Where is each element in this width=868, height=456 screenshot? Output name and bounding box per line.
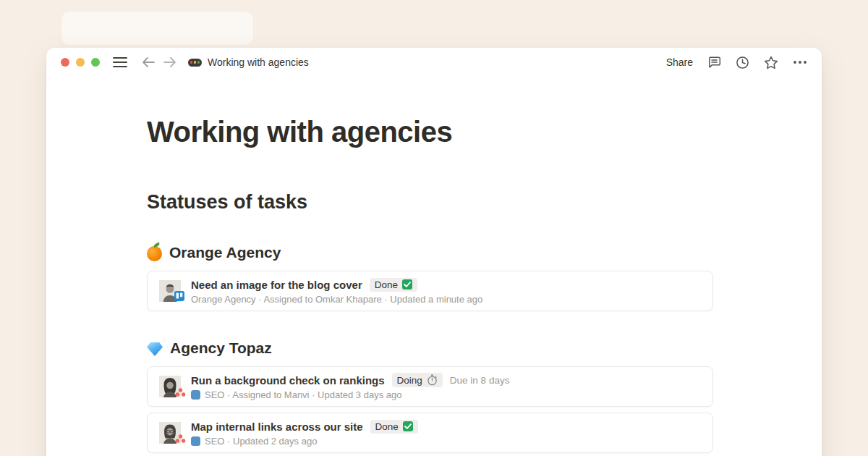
breadcrumb[interactable]: Working with agencies: [188, 56, 309, 68]
status-label: Doing: [397, 375, 422, 386]
back-arrow-icon[interactable]: [142, 57, 155, 67]
check-emoji-icon: [402, 279, 412, 290]
sidebar-toggle-menu-icon[interactable]: [113, 57, 127, 67]
task-list: Need an image for the blog cover Done Or…: [147, 271, 713, 311]
assignee-avatar: [159, 376, 181, 397]
status-badge: Done: [370, 278, 417, 292]
history-navigation: [142, 57, 176, 67]
page-content: Working with agencies Statuses of tasks …: [46, 77, 822, 456]
task-meta-text: SEO · Updated 2 days ago: [205, 436, 317, 447]
tag-color-chip: [191, 390, 200, 400]
close-window-button[interactable]: [61, 58, 69, 67]
forward-arrow-icon[interactable]: [163, 57, 176, 67]
stopwatch-emoji-icon: [427, 374, 438, 386]
agency-group-heading: Orange Agency: [147, 243, 713, 261]
task-title: Run a background check on rankings: [191, 374, 385, 387]
comments-icon[interactable]: [707, 56, 721, 69]
task-list: Run a background check on rankings Doing…: [147, 366, 713, 453]
task-meta: SEO · Assigned to Manvi · Updated 3 days…: [191, 389, 509, 400]
agency-group: Orange Agency Need an image for the blog…: [147, 243, 713, 311]
status-badge: Doing: [392, 373, 443, 387]
more-ellipsis-icon[interactable]: [793, 60, 807, 64]
task-title: Map internal links across our site: [191, 421, 363, 433]
check-emoji-icon: [403, 421, 413, 431]
task-meta-text: SEO · Assigned to Manvi · Updated 3 days…: [205, 389, 401, 400]
updates-clock-icon[interactable]: [736, 56, 749, 69]
asana-logo-icon: [175, 434, 186, 444]
task-meta: Orange Agency · Assigned to Omkar Khapar…: [191, 294, 482, 305]
section-heading: Statuses of tasks: [147, 190, 713, 215]
task-meta-text: Orange Agency · Assigned to Omkar Khapar…: [191, 294, 482, 305]
assignee-avatar: [159, 280, 181, 302]
task-card[interactable]: Run a background check on rankings Doing…: [147, 366, 713, 407]
page-traffic-light-emoji-icon: [188, 59, 202, 67]
assignee-avatar: [159, 422, 181, 444]
agency-group-heading: Agency Topaz: [147, 339, 713, 357]
minimize-window-button[interactable]: [76, 58, 85, 67]
background-card-decoration: [61, 12, 253, 45]
due-date-text: Due in 8 days: [450, 375, 510, 386]
agency-group-name: Orange Agency: [169, 244, 281, 261]
share-button[interactable]: Share: [666, 56, 693, 68]
agency-group-name: Agency Topaz: [170, 339, 272, 357]
tag-color-chip: [191, 436, 200, 446]
tangerine-emoji-icon: [147, 246, 162, 261]
window-controls: [61, 58, 100, 67]
task-card[interactable]: Need an image for the blog cover Done Or…: [147, 271, 713, 311]
asana-logo-icon: [175, 387, 186, 397]
window-titlebar: Working with agencies Share: [46, 48, 822, 77]
zoom-window-button[interactable]: [91, 58, 100, 67]
status-label: Done: [375, 421, 399, 432]
status-badge: Done: [370, 420, 418, 434]
breadcrumb-page-title: Working with agencies: [208, 56, 309, 68]
task-groups: Orange Agency Need an image for the blog…: [147, 243, 713, 453]
agency-group: Agency Topaz Run a background check on r…: [147, 339, 713, 453]
app-window: Working with agencies Share Working with…: [46, 48, 822, 456]
task-card[interactable]: Map internal links across our site Done …: [147, 413, 713, 453]
favorite-star-icon[interactable]: [764, 56, 778, 69]
task-title: Need an image for the blog cover: [191, 279, 362, 291]
task-meta: SEO · Updated 2 days ago: [191, 436, 418, 447]
titlebar-actions: Share: [666, 56, 807, 69]
trello-logo-icon: [174, 291, 184, 301]
gem-emoji-icon: [147, 342, 163, 356]
page-title: Working with agencies: [147, 114, 713, 149]
status-label: Done: [375, 279, 398, 290]
